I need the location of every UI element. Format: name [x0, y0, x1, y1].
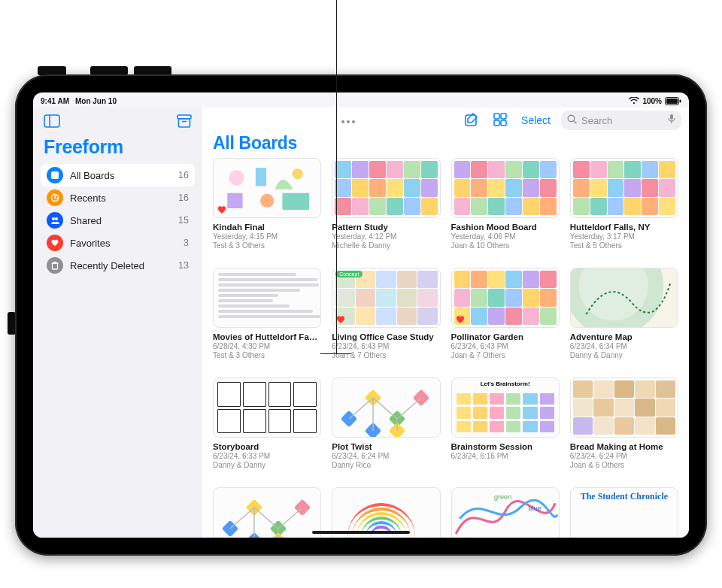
board-share: Danny Rico	[332, 461, 440, 470]
sidebar-item-recents[interactable]: Recents16	[41, 186, 195, 209]
svg-rect-6	[179, 119, 190, 127]
battery-icon	[665, 97, 681, 105]
board-card[interactable]: Storyboard6/23/24, 6:33 PMDanny & Danny	[213, 377, 321, 480]
svg-point-31	[293, 168, 303, 179]
board-card[interactable]: Plot Twist6/23/24, 6:24 PMDanny Rico	[332, 377, 440, 480]
board-share: Test & 5 Others	[570, 241, 678, 250]
sidebar-item-count: 13	[178, 260, 189, 271]
board-date: Yesterday, 4:15 PM	[213, 232, 321, 241]
callout-pointer-foot	[320, 353, 351, 354]
board-card[interactable]: Hutteldorf Falls, NYYesterday, 3:17 PMTe…	[570, 158, 678, 260]
board-date: Yesterday, 4:12 PM	[332, 232, 440, 241]
page-title: All Boards	[213, 133, 689, 153]
search-field[interactable]: Search	[561, 111, 681, 130]
board-card[interactable]: Kindah FinalYesterday, 4:15 PMTest & 3 O…	[213, 158, 321, 260]
board-card[interactable]: Pattern StudyYesterday, 4:12 PMMichelle …	[332, 158, 440, 260]
svg-rect-23	[494, 120, 499, 126]
sidebar-item-label: Shared	[70, 215, 102, 226]
board-date: 6/23/24, 6:24 PM	[332, 452, 440, 461]
favorite-heart-icon	[335, 314, 346, 325]
board-date: 6/28/24, 4:30 PM	[213, 342, 321, 351]
svg-rect-21	[494, 114, 499, 119]
sidebar-item-favorites[interactable]: Favorites3	[41, 232, 195, 254]
view-options-button[interactable]	[490, 109, 511, 132]
board-title: Fashion Mood Board	[451, 223, 560, 232]
svg-point-13	[55, 217, 58, 220]
board-title: Brainstorm Session	[451, 442, 560, 452]
svg-text:blue: blue	[528, 505, 541, 512]
board-share: Test & 3 Others	[213, 351, 321, 360]
app-title: Freeform	[44, 136, 192, 158]
svg-line-11	[55, 198, 56, 199]
board-share: Danny & Danny	[570, 351, 678, 360]
svg-line-26	[574, 121, 576, 123]
sidebar-item-recently-deleted[interactable]: Recently Deleted13	[41, 254, 195, 277]
board-thumbnail	[332, 377, 440, 438]
board-card[interactable]: The Student Chronicle	[570, 487, 678, 538]
sidebar-item-count: 16	[178, 170, 189, 180]
sidebar-item-label: Favorites	[70, 238, 110, 249]
board-date: 6/23/24, 6:43 PM	[451, 342, 560, 351]
board-title: Kindah Final	[213, 223, 321, 232]
sidebar-item-label: Recently Deleted	[70, 260, 144, 271]
board-thumbnail: Let's Brainstorm!	[451, 377, 560, 438]
board-thumbnail: The Student Chronicle	[570, 487, 678, 538]
board-date: 6/23/24, 6:24 PM	[570, 452, 678, 461]
board-title: Movies of Hutteldorf Fa…	[213, 332, 321, 342]
sidebar-icon	[44, 114, 60, 128]
board-thumbnail	[332, 487, 440, 538]
archive-button[interactable]	[174, 111, 195, 133]
board-title: Living Office Case Study	[332, 332, 440, 342]
board-card[interactable]: Adventure Map6/23/24, 6:34 PMDanny & Dan…	[570, 268, 678, 370]
svg-rect-27	[670, 114, 673, 120]
board-card[interactable]: greenblue	[451, 487, 560, 538]
favorite-heart-icon	[455, 314, 466, 325]
sidebar-item-count: 3	[184, 238, 189, 248]
svg-point-33	[260, 194, 274, 208]
dictation-icon[interactable]	[668, 114, 675, 127]
board-date: 6/23/24, 6:34 PM	[570, 342, 678, 351]
sidebar-item-shared[interactable]: Shared15	[41, 209, 195, 232]
svg-rect-14	[53, 263, 58, 269]
svg-rect-2	[680, 99, 681, 102]
new-board-button[interactable]	[461, 109, 482, 132]
board-thumbnail	[570, 268, 678, 328]
board-thumbnail	[451, 158, 560, 218]
sidebar: Freeform All Boards16Recents16Shared15Fa…	[33, 108, 202, 538]
board-card[interactable]: Fashion Mood BoardYesterday, 4:06 PMJoan…	[451, 158, 560, 260]
board-card[interactable]	[332, 487, 440, 538]
board-title: Storyboard	[213, 442, 321, 452]
sidebar-item-recently-deleted-icon	[47, 257, 63, 274]
board-card[interactable]: Let's Brainstorm!Brainstorm Session6/23/…	[451, 377, 560, 480]
board-thumbnail	[213, 158, 321, 218]
board-share: Joan & 10 Others	[451, 241, 560, 250]
board-card[interactable]: Bread Making at Home6/23/24, 6:24 PMJoan…	[570, 377, 678, 480]
board-title: Hutteldorf Falls, NY	[570, 223, 678, 232]
svg-rect-32	[227, 193, 242, 208]
sidebar-item-shared-icon	[47, 212, 63, 229]
sidebar-item-count: 15	[178, 215, 189, 226]
board-card[interactable]: Pollinator Garden6/23/24, 6:43 PMJoan & …	[451, 268, 560, 370]
board-date: 6/23/24, 6:43 PM	[332, 342, 440, 351]
sidebar-item-all-boards-icon	[47, 167, 63, 183]
toggle-sidebar-button[interactable]	[41, 111, 63, 133]
board-card[interactable]: ConceptLiving Office Case Study6/23/24, …	[332, 268, 440, 370]
svg-point-17	[341, 120, 344, 123]
board-title: Plot Twist	[332, 442, 440, 452]
board-title: Bread Making at Home	[570, 442, 678, 452]
more-icon[interactable]	[341, 114, 356, 127]
svg-rect-8	[51, 171, 59, 179]
battery-percent: 100%	[642, 97, 662, 105]
board-thumbnail	[451, 268, 560, 328]
board-date: 6/23/24, 6:16 PM	[451, 452, 560, 461]
board-card[interactable]: Movies of Hutteldorf Fa…6/28/24, 4:30 PM…	[213, 268, 321, 370]
board-share: Danny & Danny	[213, 461, 321, 470]
board-card[interactable]	[213, 487, 321, 538]
svg-rect-24	[501, 120, 506, 126]
select-button[interactable]: Select	[518, 114, 554, 126]
sidebar-item-all-boards[interactable]: All Boards16	[41, 164, 195, 186]
board-title: Pollinator Garden	[451, 332, 560, 342]
home-indicator[interactable]	[312, 531, 410, 534]
sidebar-item-label: Recents	[70, 192, 106, 204]
board-grid: Kindah FinalYesterday, 4:15 PMTest & 3 O…	[202, 158, 689, 538]
